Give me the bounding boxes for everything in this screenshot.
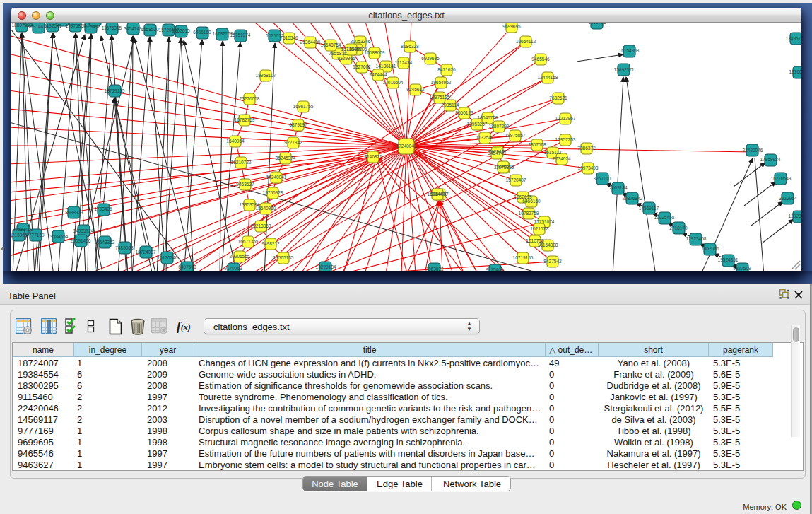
svg-text:7632621: 7632621 [549,95,567,100]
svg-text:2867608: 2867608 [528,142,546,147]
svg-text:9227342: 9227342 [284,140,302,145]
svg-text:6497568: 6497568 [178,264,196,269]
svg-text:17240041: 17240041 [396,144,417,148]
svg-text:7485063: 7485063 [115,245,134,250]
svg-text:23226058: 23226058 [240,96,260,101]
svg-text:1621072: 1621072 [530,226,548,231]
svg-text:19654952: 19654952 [431,80,452,85]
svg-text:19975857: 19975857 [505,133,526,138]
svg-text:10953267: 10953267 [467,122,488,127]
svg-text:19384554: 19384554 [48,234,69,239]
svg-text:9146821: 9146821 [364,154,382,159]
svg-text:17016504: 17016504 [383,80,404,85]
svg-text:12213967: 12213967 [555,116,576,121]
svg-text:3267110: 3267110 [594,176,611,181]
svg-text:20053346: 20053346 [351,39,371,44]
svg-text:16543362: 16543362 [95,240,115,245]
svg-text:9170063: 9170063 [224,266,242,271]
svg-text:8938923: 8938923 [65,210,83,215]
svg-text:1362615: 1362615 [172,28,190,33]
svg-text:2603144: 2603144 [609,185,628,190]
svg-text:9245612: 9245612 [406,87,425,92]
svg-text:9474444: 9474444 [369,72,387,77]
svg-text:13495794: 13495794 [786,36,801,41]
svg-text:11675315: 11675315 [102,25,122,30]
svg-text:9777169: 9777169 [26,233,45,238]
svg-text:1112434: 1112434 [395,60,413,65]
svg-text:22420046: 22420046 [743,148,763,153]
svg-text:9465546: 9465546 [531,57,550,62]
svg-text:6939695: 6939695 [421,56,440,61]
svg-text:13716485: 13716485 [341,47,362,52]
svg-text:1733426: 1733426 [94,206,112,211]
svg-text:9115460: 9115460 [486,267,504,271]
svg-text:7515546: 7515546 [280,35,298,40]
svg-text:36245374: 36245374 [276,156,296,160]
svg-text:9699695: 9699695 [502,24,521,29]
svg-text:15751074: 15751074 [230,33,251,37]
svg-text:6466160: 6466160 [522,199,541,204]
svg-text:7663822: 7663822 [425,267,444,271]
svg-text:10046706: 10046706 [478,115,498,120]
svg-text:1615112: 1615112 [544,150,562,155]
svg-text:16154808: 16154808 [538,243,558,247]
svg-text:8427542: 8427542 [543,259,562,264]
svg-text:7955812: 7955812 [329,51,347,56]
svg-text:12923468: 12923468 [686,236,707,241]
svg-text:16120746: 16120746 [158,255,178,260]
svg-text:9463627: 9463627 [236,182,254,187]
svg-text:16648754: 16648754 [321,42,341,47]
svg-text:14055724: 14055724 [73,228,94,233]
svg-text:7462066: 7462066 [701,246,719,251]
svg-text:20206555: 20206555 [230,254,250,259]
svg-text:10025458: 10025458 [654,215,675,220]
svg-text:9327509: 9327509 [733,266,751,271]
svg-text:9498212: 9498212 [261,241,280,246]
svg-text:2935114: 2935114 [442,103,459,107]
svg-text:20533460: 20533460 [13,227,33,232]
svg-text:9329966: 9329966 [337,56,355,61]
svg-text:10973493: 10973493 [578,165,599,170]
svg-text:8471626: 8471626 [437,67,456,72]
svg-text:19166827: 19166827 [789,69,801,74]
svg-text:10688609: 10688609 [365,50,385,55]
svg-text:1132541: 1132541 [476,135,494,140]
svg-text:19524851: 19524851 [718,257,739,262]
svg-text:15640910: 15640910 [256,206,276,211]
svg-text:1010755: 1010755 [588,23,606,25]
svg-text:12023468: 12023468 [789,214,801,218]
svg-text:17240041: 17240041 [266,175,287,180]
svg-text:18807299: 18807299 [489,124,510,129]
svg-text:6734024: 6734024 [553,156,571,161]
svg-text:8186328: 8186328 [401,44,419,49]
svg-text:19958107: 19958107 [256,73,276,78]
svg-text:16782759: 16782759 [235,117,255,122]
svg-text:2718170: 2718170 [669,226,688,230]
svg-text:15751074: 15751074 [534,219,555,224]
svg-text:16961755: 16961755 [293,104,314,109]
svg-text:10782759: 10782759 [519,211,539,216]
svg-text:3454749: 3454749 [488,151,506,156]
svg-text:12444158: 12444158 [538,75,558,80]
svg-text:14136141: 14136141 [376,64,396,69]
svg-text:14569117: 14569117 [639,206,659,211]
svg-text:18724007: 18724007 [136,250,156,255]
svg-text:16914479: 16914479 [28,24,49,29]
svg-text:6466160: 6466160 [193,30,211,35]
svg-text:12213363: 12213363 [251,223,271,228]
svg-text:7625402: 7625402 [82,24,100,29]
svg-text:16210643: 16210643 [771,176,792,181]
svg-text:12975125: 12975125 [430,95,450,100]
svg-text:8660123: 8660123 [455,110,473,115]
svg-text:13220134: 13220134 [316,264,336,269]
svg-text:6879197: 6879197 [289,122,307,127]
svg-text:3215955: 3215955 [11,233,28,238]
svg-text:16671355: 16671355 [238,239,259,244]
svg-text:15692371: 15692371 [614,67,635,72]
svg-text:13505135: 13505135 [273,255,294,260]
svg-text:21364436: 21364436 [300,40,321,45]
svg-text:19756928: 19756928 [263,190,283,195]
svg-text:1640954: 1640954 [226,139,245,144]
svg-text:20091406: 20091406 [71,238,91,243]
svg-text:20876842: 20876842 [623,196,643,201]
